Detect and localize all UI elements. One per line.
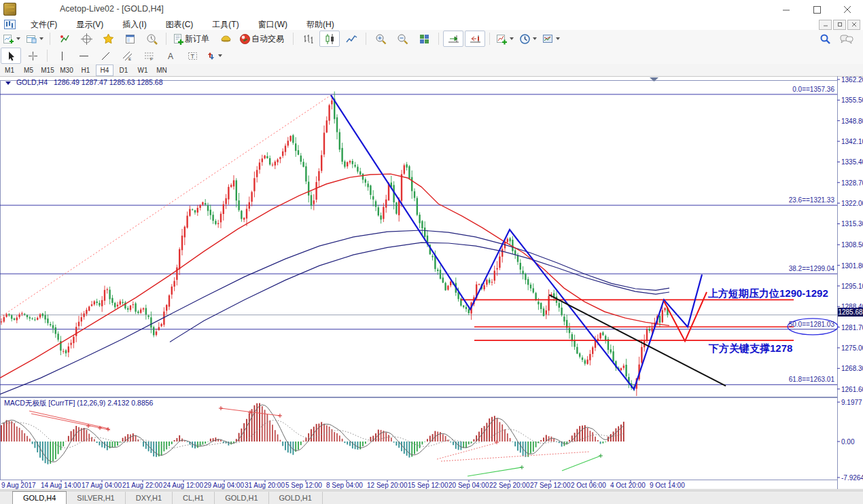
chart-tab-0[interactable]: GOLD,H4	[12, 491, 67, 504]
timeframe-d1[interactable]: D1	[115, 65, 133, 76]
macd-scale-max: 9.1977	[841, 399, 862, 406]
price-chart-canvas[interactable]	[0, 76, 863, 490]
text-button[interactable]: A	[160, 48, 181, 64]
chart-tab-3[interactable]: CL,H1	[173, 492, 215, 504]
timeframe-m15[interactable]: M15	[39, 65, 56, 76]
time-tick-4: 24 Aug 12:00	[163, 482, 203, 489]
text-label-button[interactable]: T	[182, 48, 202, 64]
child-minimize-button[interactable]	[819, 20, 832, 30]
toolbar-right-group	[814, 31, 863, 47]
collapse-triangle-icon[interactable]	[5, 82, 11, 85]
chart-shift-button[interactable]	[465, 31, 485, 47]
new-order-button[interactable]: 新订单	[171, 31, 214, 47]
candlestick-chart-button[interactable]	[319, 31, 340, 47]
price-tick-10: 1295.10	[841, 283, 863, 290]
arrows-icon	[206, 51, 216, 61]
mdi-controls	[819, 20, 863, 30]
svg-text:T: T	[190, 53, 194, 60]
zoom-in-button[interactable]	[370, 31, 391, 47]
chart-tab-4[interactable]: GOLD,H1	[215, 492, 268, 504]
navigator-button[interactable]	[76, 31, 96, 47]
time-tick-13: 27 Sep 12:00	[530, 482, 571, 489]
fib-label-2: 38.2==1299.04	[733, 265, 834, 272]
chart-tab-1[interactable]: SILVER,H1	[67, 492, 125, 504]
new-chart-button[interactable]	[1, 31, 22, 47]
metaeditor-button[interactable]	[215, 31, 236, 47]
time-tick-6: 31 Aug 20:00	[245, 482, 285, 489]
price-tick-2: 1348.80	[841, 118, 863, 125]
menu-item-6[interactable]: 帮助(H)	[297, 19, 344, 30]
time-tick-9: 12 Sep 20:00	[367, 482, 408, 489]
autotrading-button[interactable]: 自动交易	[237, 31, 289, 47]
new-order-icon	[173, 33, 184, 45]
search-button[interactable]	[815, 31, 835, 47]
indicators-button[interactable]	[494, 31, 516, 47]
fib-label-0: 0.0==1357.36	[733, 86, 834, 93]
time-tick-8: 8 Sep 04:00	[326, 482, 363, 489]
macd-scale-min: -7.9264	[841, 474, 863, 482]
price-axis[interactable]: 9.1977 0.00 -7.9264 1285.68 1362.201355.…	[838, 76, 863, 490]
menu-item-4[interactable]: 工具(T)	[202, 19, 248, 30]
zoom-out-icon	[397, 33, 408, 45]
svg-text:F: F	[150, 57, 153, 61]
time-axis[interactable]: 9 Aug 201714 Aug 14:0017 Aug 04:0021 Aug…	[0, 481, 837, 490]
legend-symbol: GOLD,H4	[16, 78, 48, 86]
timeframe-m1[interactable]: M1	[1, 65, 18, 76]
fibonacci-button[interactable]: F	[139, 48, 159, 64]
channel-icon: E	[122, 51, 133, 61]
close-button[interactable]	[832, 0, 863, 19]
zoom-out-button[interactable]	[392, 31, 412, 47]
market-watch-button[interactable]	[54, 31, 75, 47]
timeframe-mn[interactable]: MN	[153, 65, 171, 76]
menu-item-2[interactable]: 插入(I)	[113, 19, 156, 30]
auto-scroll-button[interactable]	[443, 31, 463, 47]
horizontal-line-button[interactable]	[73, 48, 94, 64]
equidistant-channel-button[interactable]: E	[117, 48, 137, 64]
timeframe-m30[interactable]: M30	[58, 65, 75, 76]
time-tick-1: 14 Aug 14:00	[41, 482, 81, 489]
time-tick-0: 9 Aug 2017	[1, 482, 36, 489]
price-tick-15: 1261.60	[841, 386, 863, 393]
child-restore-button[interactable]	[833, 20, 846, 30]
fib-label-3: 50.0==1281.03	[733, 321, 834, 328]
chart-tab-2[interactable]: DXY,H1	[126, 492, 173, 504]
history-center-button[interactable]	[141, 31, 162, 47]
timeframe-h1[interactable]: H1	[77, 65, 94, 76]
favorites-button[interactable]	[98, 31, 118, 47]
autotrading-label: 自动交易	[251, 33, 284, 45]
timeframe-m5[interactable]: M5	[20, 65, 37, 76]
minimize-button[interactable]	[771, 0, 802, 19]
periods-button[interactable]	[517, 31, 539, 47]
maximize-button[interactable]	[802, 0, 832, 19]
tile-windows-button[interactable]	[414, 31, 434, 47]
timeframe-w1[interactable]: W1	[134, 65, 152, 76]
line-chart-button[interactable]	[341, 31, 362, 47]
cursor-button[interactable]	[1, 48, 21, 64]
profiles-icon	[26, 33, 37, 45]
time-tick-11: 20 Sep 04:00	[448, 482, 489, 489]
menu-item-5[interactable]: 窗口(W)	[249, 19, 297, 30]
child-close-button[interactable]	[847, 20, 860, 30]
candlestick-chart-icon	[324, 33, 336, 45]
timeframe-h4[interactable]: H4	[96, 65, 113, 76]
vertical-line-button[interactable]	[52, 48, 72, 64]
menu-item-3[interactable]: 图表(C)	[156, 19, 203, 30]
profiles-button[interactable]	[24, 31, 46, 47]
community-chat-button[interactable]	[836, 31, 857, 47]
bar-chart-button[interactable]	[298, 31, 318, 47]
child-close-icon	[851, 22, 857, 27]
crosshair-tool-button[interactable]	[22, 48, 43, 64]
horizontal-line-icon	[79, 51, 89, 61]
chart-tab-5[interactable]: GOLD,H1	[269, 492, 323, 504]
menu-item-1[interactable]: 显示(V)	[67, 19, 113, 30]
market-watch-icon	[59, 33, 71, 45]
templates-button[interactable]	[540, 31, 562, 47]
auto-scroll-icon	[448, 33, 459, 45]
chart-window: GOLD,H4 1286.49 1287.47 1285.63 1285.68 …	[0, 76, 863, 490]
menu-item-0[interactable]: 文件(F)	[21, 19, 67, 30]
arrows-button[interactable]	[204, 48, 224, 64]
data-window-button[interactable]	[120, 31, 140, 47]
child-restore-icon	[837, 22, 843, 27]
trendline-button[interactable]	[95, 48, 116, 64]
bar-chart-icon	[302, 33, 314, 45]
